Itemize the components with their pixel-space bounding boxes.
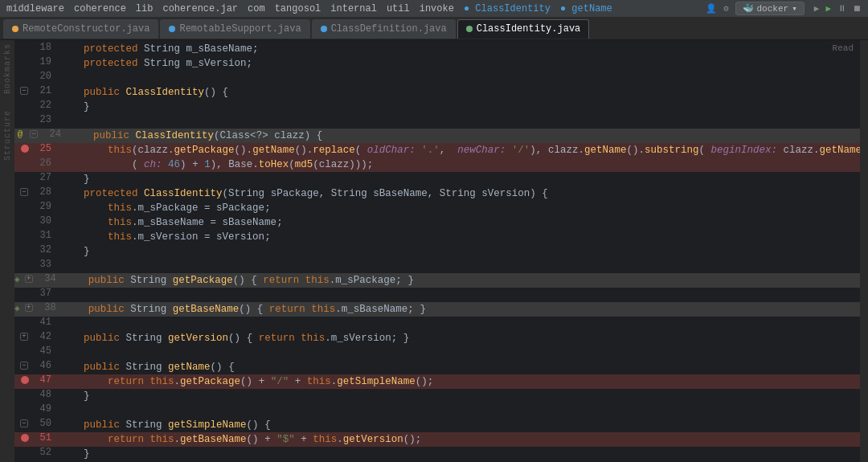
- code-line-21: − 21 public ClassIdentity() {: [14, 85, 860, 100]
- fold-icon-42[interactable]: +: [19, 332, 29, 341]
- menu-util[interactable]: util: [387, 3, 410, 14]
- code-line-47: 47 return this.getPackage() + "/" + this…: [14, 374, 860, 389]
- code-content-46: public String getName() {: [56, 360, 860, 374]
- tab-remoteconstructor[interactable]: RemoteConstructor.java: [3, 19, 158, 39]
- code-editor[interactable]: Read 18 protected String m_sBaseName; 19…: [14, 40, 860, 462]
- line-num-23: 23: [32, 114, 51, 125]
- fold-icon-24[interactable]: −: [29, 129, 39, 139]
- vertical-scrollbar[interactable]: [860, 40, 868, 462]
- breakpoint-51[interactable]: [21, 434, 29, 442]
- line-num-27: 27: [32, 172, 51, 183]
- line-num-20: 20: [32, 71, 51, 82]
- menu-lib[interactable]: lib: [136, 3, 154, 14]
- docker-icon: 🐳: [743, 3, 754, 14]
- tab-classdefinition[interactable]: ClassDefinition.java: [312, 19, 456, 39]
- tab-classidentity[interactable]: ClassIdentity.java: [457, 19, 590, 39]
- code-line-48: 48 }: [14, 389, 860, 403]
- line-num-22: 22: [32, 100, 51, 111]
- code-line-27: 27 }: [14, 172, 860, 186]
- code-content-41: [56, 317, 860, 331]
- run-green-icon[interactable]: ▶: [825, 3, 831, 14]
- code-content-32: }: [56, 244, 860, 259]
- code-content-52: }: [56, 447, 860, 461]
- code-content-37: [56, 288, 860, 302]
- code-line-19: 19 protected String m_sVersion;: [14, 56, 860, 71]
- code-content-31: this.m_sVersion = sVersion;: [56, 230, 860, 244]
- annotation-icon-24: @: [14, 129, 26, 139]
- menu-invoke[interactable]: invoke: [420, 3, 454, 14]
- code-content-28: protected ClassIdentity(String sPackage,…: [56, 186, 860, 201]
- code-content-50: public String getSimpleName() {: [56, 418, 860, 432]
- settings-icon[interactable]: ⚙: [723, 3, 729, 14]
- fold-icon-50[interactable]: −: [19, 419, 29, 428]
- fold-icon-21[interactable]: −: [19, 86, 29, 96]
- fold-icon-18[interactable]: [19, 43, 29, 52]
- code-content-27: }: [56, 172, 860, 186]
- line-num-52: 52: [32, 447, 51, 458]
- code-content-51: return this.getBaseName() + "$" + this.g…: [56, 432, 860, 447]
- line-num-42: 42: [32, 331, 51, 342]
- code-content-30: this.m_sBaseName = sBaseName;: [56, 215, 860, 230]
- fold-icon-19[interactable]: [19, 57, 29, 67]
- tab-label: RemoteConstructor.java: [23, 23, 149, 35]
- breakpoint-25[interactable]: [21, 145, 29, 153]
- code-line-18: 18 protected String m_sBaseName;: [14, 42, 860, 56]
- code-line-29: 29 this.m_sPackage = sPackage;: [14, 201, 860, 215]
- fold-icon-28[interactable]: −: [19, 187, 29, 197]
- structure-label: Structure: [3, 110, 12, 161]
- menu-coherence-jar[interactable]: coherence.jar: [162, 3, 238, 14]
- bookmarks-label: Bookmarks: [3, 43, 12, 94]
- code-line-42: + 42 public String getVersion() { return…: [14, 331, 860, 345]
- code-line-38: ◈ + 38 public String getBaseName() { ret…: [14, 302, 860, 317]
- bookmark-icon-34: ◈: [14, 274, 20, 284]
- pause-icon[interactable]: ⏸: [837, 3, 846, 14]
- stop-icon[interactable]: ⏹: [853, 3, 862, 14]
- menu-getname[interactable]: ● getName: [560, 3, 612, 14]
- code-content-47: return this.getPackage() + "/" + this.ge…: [56, 374, 860, 389]
- person-icon[interactable]: 👤: [706, 3, 717, 14]
- code-content-29: this.m_sPackage = sPackage;: [56, 201, 860, 215]
- code-content-33: [56, 259, 860, 273]
- code-line-50: − 50 public String getSimpleName() {: [14, 418, 860, 432]
- line-num-18: 18: [32, 42, 51, 53]
- tab-label: RemotableSupport.java: [179, 23, 301, 35]
- code-content-23: [56, 114, 860, 129]
- line-num-41: 41: [32, 317, 51, 328]
- menu-com[interactable]: com: [248, 3, 265, 14]
- code-content-48: }: [56, 389, 860, 403]
- tab-remotablesupport[interactable]: RemotableSupport.java: [160, 19, 309, 39]
- tab-dot-icon: [466, 26, 473, 32]
- line-num-28: 28: [32, 186, 51, 198]
- code-line-51: 51 return this.getBaseName() + "$" + thi…: [14, 432, 860, 447]
- menu-coherence[interactable]: coherence: [74, 3, 126, 14]
- code-content-21: public ClassIdentity() {: [56, 85, 860, 100]
- tab-label: ClassIdentity.java: [477, 23, 581, 35]
- main-area: Bookmarks Structure Read 18 protected St…: [0, 40, 868, 462]
- line-num-25: 25: [32, 143, 51, 154]
- code-line-22: 22 }: [14, 100, 860, 114]
- menu-tangosol[interactable]: tangosol: [275, 3, 321, 14]
- line-num-24: 24: [42, 129, 61, 140]
- fold-icon-38[interactable]: +: [24, 303, 34, 313]
- line-num-30: 30: [32, 215, 51, 227]
- line-num-48: 48: [32, 389, 51, 400]
- code-content-25: this(clazz.getPackage().getName().replac…: [56, 143, 860, 157]
- breakpoint-47[interactable]: [21, 376, 29, 384]
- tab-label: ClassDefinition.java: [331, 23, 447, 35]
- code-content-20: [56, 71, 860, 85]
- docker-button[interactable]: 🐳 docker ▾: [735, 2, 805, 15]
- line-num-38: 38: [37, 302, 56, 313]
- menu-internal[interactable]: internal: [330, 3, 377, 14]
- code-line-37: 37: [14, 288, 860, 302]
- line-num-37: 37: [32, 288, 51, 299]
- code-line-49: 49: [14, 403, 860, 418]
- menu-classidentity[interactable]: ● ClassIdentity: [464, 3, 551, 14]
- menu-middleware[interactable]: middleware: [6, 3, 64, 14]
- code-content-18: protected String m_sBaseName;: [56, 42, 860, 56]
- line-num-49: 49: [32, 403, 51, 415]
- fold-icon-34[interactable]: +: [24, 274, 34, 284]
- code-content-45: [56, 345, 860, 360]
- fold-icon-46[interactable]: −: [19, 361, 29, 370]
- code-content-38: public String getBaseName() { return thi…: [61, 302, 860, 317]
- run-icon[interactable]: ▶: [814, 3, 820, 14]
